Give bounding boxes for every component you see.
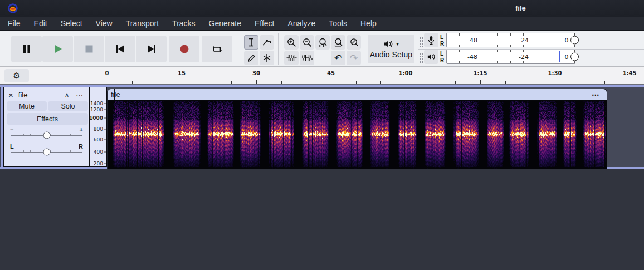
- zoom-in-button[interactable]: [284, 35, 299, 50]
- ruler-label: 1:30: [548, 70, 562, 76]
- freq-label: 1400: [90, 101, 103, 106]
- fit-project-button[interactable]: [331, 35, 345, 50]
- gain-slider-thumb[interactable]: [43, 132, 50, 139]
- playback-meter-grip[interactable]: [419, 52, 423, 63]
- pause-button[interactable]: [11, 36, 42, 62]
- ruler-tick: [157, 81, 157, 84]
- menu-item-file[interactable]: File: [8, 17, 27, 30]
- meter-scale-label: -24: [519, 37, 529, 44]
- menu-item-effect[interactable]: Effect: [248, 17, 281, 30]
- audacity-logo-icon: [8, 3, 18, 13]
- pan-left-label: L: [10, 143, 14, 150]
- audio-setup-label: Audio Setup: [370, 50, 412, 59]
- audio-setup-button[interactable]: ▾ Audio Setup: [368, 35, 414, 63]
- loop-icon: [212, 43, 223, 55]
- trim-outside-selection-icon: [286, 54, 297, 62]
- microphone-icon: [428, 36, 435, 45]
- ruler-tick: [231, 81, 232, 84]
- freq-label: 200: [94, 161, 103, 166]
- pan-slider-thumb[interactable]: [43, 149, 50, 156]
- solo-button[interactable]: Solo: [48, 101, 88, 111]
- menu-item-help[interactable]: Help: [354, 17, 383, 30]
- ruler-tick: [530, 81, 530, 84]
- ruler-tick: [331, 80, 331, 84]
- speaker-icon: [383, 40, 393, 48]
- ruler-label: 0: [105, 70, 109, 76]
- timeline-ruler[interactable]: ⚙ 01530451:001:151:301:45: [0, 67, 644, 85]
- freq-tick: [104, 118, 106, 119]
- stop-button[interactable]: [74, 36, 104, 62]
- effects-button[interactable]: Effects: [7, 113, 88, 125]
- ruler-tick: [505, 81, 506, 84]
- recording-meter-grip[interactable]: [419, 37, 423, 48]
- recording-meter[interactable]: -48-240: [446, 33, 575, 47]
- ruler-tick: [306, 81, 306, 84]
- undo-button[interactable]: ↶: [331, 51, 345, 65]
- skip-to-end-icon: [146, 44, 157, 54]
- spectrogram-view[interactable]: [108, 101, 607, 169]
- collapse-track-icon[interactable]: ∧: [65, 91, 69, 99]
- clip-title: file: [111, 90, 120, 99]
- redo-icon: ↷: [350, 52, 358, 64]
- ruler-tick: [281, 81, 282, 84]
- audio-clip[interactable]: file ⋯: [107, 89, 607, 169]
- menu-item-generate[interactable]: Generate: [202, 17, 248, 30]
- skip-to-end-button[interactable]: [136, 36, 167, 62]
- ruler-label: 30: [252, 70, 260, 76]
- clip-menu-icon[interactable]: ⋯: [592, 90, 600, 99]
- zoom-out-button[interactable]: [300, 35, 314, 50]
- envelope-tool-button[interactable]: [260, 35, 274, 50]
- timeline-options-button[interactable]: ⚙: [4, 69, 29, 82]
- menu-item-tracks[interactable]: Tracks: [165, 17, 202, 30]
- dropdown-arrow-icon: ▾: [396, 41, 399, 47]
- ruler-label: 1:15: [474, 70, 487, 76]
- menu-item-edit[interactable]: Edit: [27, 17, 54, 30]
- menu-item-tools[interactable]: Tools: [322, 17, 354, 30]
- edit-cursor: [114, 89, 115, 100]
- pan-slider: L R: [4, 143, 89, 156]
- toolbar-dock: ↶ ↷ ▾ Audio Setup L R: [0, 31, 644, 67]
- ruler-tick: [380, 81, 381, 84]
- loop-button[interactable]: [202, 36, 232, 62]
- ruler-tick: [256, 80, 257, 84]
- window-title: file: [515, 4, 526, 12]
- record-button[interactable]: [169, 36, 199, 62]
- ruler-tick: [182, 80, 182, 84]
- menu-item-analyze[interactable]: Analyze: [281, 17, 323, 30]
- recording-meter-mic-button[interactable]: [424, 33, 438, 47]
- fit-selection-button[interactable]: [315, 35, 330, 50]
- clip-indicator: [570, 53, 579, 61]
- clip-header[interactable]: file ⋯: [108, 89, 607, 100]
- freq-tick: [104, 164, 106, 164]
- trim-outside-selection-button[interactable]: [284, 51, 299, 65]
- track-area: × file ∧ ⋯ Mute Solo Effects − + L R: [0, 85, 644, 169]
- ruler-label: 45: [327, 70, 335, 76]
- draw-tool-button[interactable]: [244, 51, 258, 65]
- track-name[interactable]: file: [18, 91, 28, 99]
- meter-ticks: [447, 45, 575, 47]
- playback-meter[interactable]: -48-240: [446, 50, 575, 64]
- close-track-icon[interactable]: ×: [8, 90, 13, 100]
- selection-tool-icon: [247, 38, 255, 47]
- playback-meter-speaker-button[interactable]: [424, 50, 438, 64]
- play-icon: [53, 44, 63, 54]
- menu-item-select[interactable]: Select: [54, 17, 89, 30]
- play-button[interactable]: [42, 36, 73, 62]
- multi-tool-button[interactable]: [260, 51, 274, 65]
- redo-button[interactable]: ↷: [347, 51, 361, 65]
- menu-item-transport[interactable]: Transport: [119, 17, 165, 30]
- zoom-toggle-button[interactable]: [347, 35, 361, 50]
- ruler-tick: [207, 81, 207, 84]
- silence-selection-button[interactable]: [300, 51, 314, 65]
- freq-label: 800: [94, 126, 103, 132]
- selection-tool-button[interactable]: [244, 35, 258, 50]
- menu-item-view[interactable]: View: [89, 17, 119, 30]
- fit-selection-icon: [318, 38, 328, 47]
- track-menu-icon[interactable]: ⋯: [76, 91, 84, 99]
- toolbar-divider: [278, 33, 279, 65]
- skip-to-start-button[interactable]: [105, 36, 135, 62]
- envelope-tool-icon: [262, 38, 271, 46]
- menubar: FileEditSelectViewTransportTracksGenerat…: [0, 17, 644, 31]
- freq-tick: [104, 140, 106, 140]
- mute-button[interactable]: Mute: [7, 101, 47, 111]
